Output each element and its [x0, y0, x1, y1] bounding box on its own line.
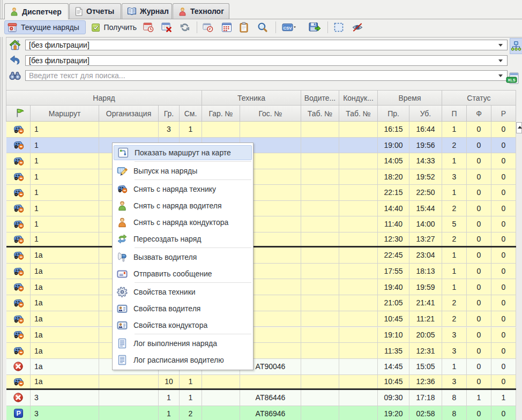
svg-text:XLS: XLS [508, 78, 516, 82]
svg-text:P: P [16, 410, 20, 417]
svg-text:CSV: CSV [284, 26, 292, 31]
